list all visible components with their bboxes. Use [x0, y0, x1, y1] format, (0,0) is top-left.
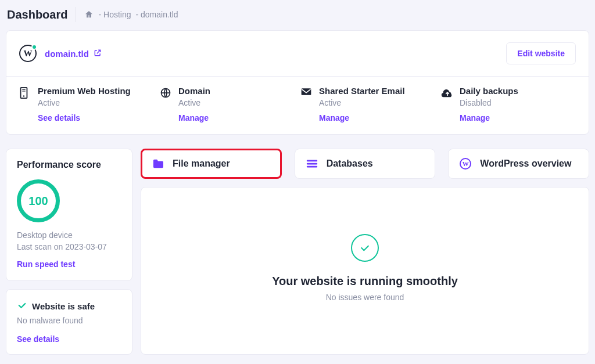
- service-email-action[interactable]: Manage: [319, 113, 405, 122]
- svg-point-1: [23, 95, 24, 96]
- service-domain-title: Domain: [178, 86, 210, 96]
- domain-link[interactable]: domain.tld: [45, 49, 102, 59]
- server-icon: [19, 86, 31, 122]
- databases-label: Databases: [327, 158, 373, 169]
- breadcrumb: - Hosting - domain.tld: [84, 10, 178, 19]
- service-domain: Domain Active Manage: [160, 86, 295, 122]
- service-hosting-action[interactable]: See details: [38, 113, 131, 122]
- databases-card[interactable]: Databases: [295, 149, 436, 179]
- safety-see-details-link[interactable]: See details: [17, 334, 121, 344]
- svg-rect-5: [302, 88, 311, 95]
- services-row: Premium Web Hosting Active See details D…: [6, 77, 589, 134]
- breadcrumb-hosting[interactable]: - Hosting: [98, 10, 131, 19]
- external-link-icon: [94, 49, 102, 59]
- run-speed-test-link[interactable]: Run speed test: [17, 260, 121, 269]
- service-email-title: Shared Starter Email: [319, 86, 405, 96]
- edit-website-button[interactable]: Edit website: [506, 42, 576, 64]
- folder-icon: [152, 157, 164, 170]
- file-manager-label: File manager: [173, 158, 230, 169]
- check-icon: [17, 300, 27, 312]
- database-icon: [306, 157, 318, 170]
- content-grid: Performance score 100 Desktop device Las…: [6, 149, 589, 355]
- status-title: Your website is running smoothly: [272, 275, 458, 288]
- svg-rect-2: [22, 89, 25, 90]
- service-email-status: Active: [319, 98, 405, 107]
- svg-rect-3: [22, 91, 25, 91]
- status-subtitle: No issues were found: [326, 293, 404, 302]
- service-hosting-status: Active: [38, 98, 131, 107]
- home-icon[interactable]: [84, 10, 94, 19]
- quick-links-row: File manager Databases W WordPress overv…: [141, 149, 589, 179]
- performance-title: Performance score: [17, 160, 121, 170]
- safety-head: Website is safe: [17, 300, 121, 312]
- wordpress-overview-icon: W: [459, 157, 472, 170]
- service-hosting: Premium Web Hosting Active See details: [19, 86, 154, 122]
- wordpress-overview-card[interactable]: W WordPress overview: [448, 149, 589, 179]
- svg-rect-6: [306, 160, 317, 162]
- mail-icon: [300, 86, 312, 122]
- service-backups: Daily backups Disabled Manage: [441, 86, 576, 122]
- service-backups-action[interactable]: Manage: [460, 113, 518, 122]
- svg-rect-8: [306, 166, 317, 168]
- wordpress-icon: W: [19, 45, 37, 62]
- service-domain-status: Active: [178, 98, 210, 107]
- service-backups-title: Daily backups: [460, 86, 518, 96]
- performance-score-ring: 100: [17, 179, 60, 222]
- safety-subtitle: No malware found: [17, 316, 121, 325]
- svg-rect-7: [306, 163, 317, 165]
- cloud-upload-icon: [441, 86, 453, 122]
- safety-title: Website is safe: [32, 301, 95, 311]
- globe-icon: [160, 86, 171, 122]
- service-email: Shared Starter Email Active Manage: [300, 86, 435, 122]
- performance-card: Performance score 100 Desktop device Las…: [6, 149, 132, 281]
- wordpress-overview-label: WordPress overview: [480, 158, 571, 169]
- service-hosting-title: Premium Web Hosting: [38, 86, 131, 96]
- breadcrumb-domain[interactable]: - domain.tld: [136, 10, 178, 19]
- online-status-dot: [31, 44, 37, 50]
- file-manager-card[interactable]: File manager: [141, 149, 282, 179]
- page-title: Dashboard: [7, 8, 67, 21]
- performance-score: 100: [28, 194, 48, 208]
- domain-card: W domain.tld Edit website Premium: [6, 30, 589, 135]
- domain-name-label: domain.tld: [45, 49, 89, 59]
- service-domain-action[interactable]: Manage: [178, 113, 210, 122]
- safety-card: Website is safe No malware found See det…: [6, 289, 132, 355]
- dashboard-page: Dashboard - Hosting - domain.tld W domai…: [0, 0, 595, 364]
- performance-scan: Last scan on 2023-03-07: [17, 242, 121, 251]
- service-backups-status: Disabled: [460, 98, 518, 107]
- header-row: Dashboard - Hosting - domain.tld: [6, 7, 589, 30]
- domain-head: W domain.tld Edit website: [6, 31, 589, 76]
- site-status-card: Your website is running smoothly No issu…: [141, 187, 589, 355]
- domain-left: W domain.tld: [19, 45, 102, 62]
- performance-device: Desktop device: [17, 230, 121, 240]
- status-check-icon: [351, 234, 379, 262]
- header-divider: [76, 7, 76, 22]
